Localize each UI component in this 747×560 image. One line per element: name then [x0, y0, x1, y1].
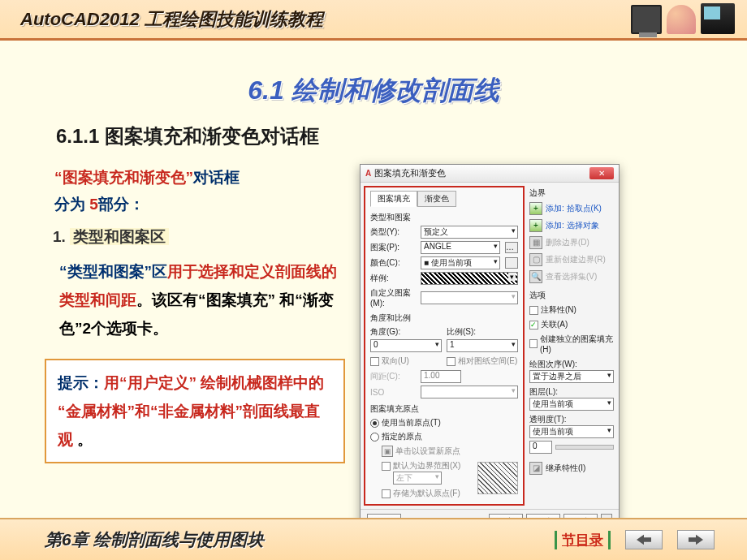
section-title: 6.1 绘制和修改剖面线 [45, 73, 702, 109]
checkbox-annotative[interactable] [529, 306, 538, 315]
checkbox-relpaper[interactable] [447, 357, 456, 366]
intro-suffix2: 部分： [98, 196, 145, 213]
intro-count: 5 [89, 196, 98, 213]
combo-pattern[interactable]: ANGLE [421, 241, 500, 254]
list-item-1: 1. 类型和图案区 [45, 226, 345, 248]
label-pattern: 图案(P): [370, 242, 417, 253]
label-trans: 透明度(T): [529, 414, 614, 425]
label-separate: 创建独立的图案填充(H) [540, 334, 614, 354]
combo-custom [421, 291, 518, 304]
prev-button[interactable] [625, 530, 663, 549]
close-button[interactable]: ✕ [589, 167, 614, 179]
group-type-pattern: 类型和图案 [370, 212, 518, 223]
label-click-origin: 单击以设置新原点 [395, 446, 460, 457]
hatch-dialog: A 图案填充和渐变色 ✕ 图案填充 渐变色 类型和图案 类型(Y): 预定义 [360, 164, 620, 535]
combo-angle[interactable]: 0 [370, 339, 442, 352]
label-current-origin: 使用当前原点(T) [382, 417, 441, 429]
checkbox-separate[interactable] [529, 339, 538, 348]
side-group-boundary: 边界 [529, 187, 614, 199]
intro-paragraph: “图案填充和渐变色”对话框 分为 5部分： [45, 164, 345, 218]
intro-suffix1: 对话框 [193, 169, 240, 186]
tip-period: 。 [77, 431, 93, 448]
color-swatch-button[interactable] [505, 257, 518, 269]
label-default-bounds: 默认为边界范围(X) [393, 460, 460, 472]
chapter-title: 第6章 绘制剖面线与使用图块 [45, 528, 555, 551]
inherit-icon[interactable]: ◪ [529, 462, 542, 475]
checkbox-double[interactable] [370, 357, 379, 366]
label-custom: 自定义图案(M): [370, 287, 417, 308]
combo-iso [421, 386, 518, 398]
combo-draworder[interactable]: 置于边界之后 [529, 370, 614, 383]
label-sample: 样例: [370, 273, 417, 284]
checkbox-assoc[interactable] [529, 321, 538, 330]
label-assoc: 关联(A) [541, 319, 568, 330]
next-button[interactable] [677, 530, 715, 549]
link-add-select[interactable]: 添加: 选择对象 [546, 220, 599, 231]
footer-bar: 第6章 绘制剖面线与使用图块 节目录 [0, 518, 747, 560]
group-origin: 图案填充原点 [370, 403, 518, 415]
intro-prefix2: 分为 [54, 196, 89, 213]
remove-boundary-icon[interactable]: ▦ [529, 236, 542, 249]
label-type: 类型(Y): [370, 226, 417, 238]
arrow-left-icon [637, 534, 651, 545]
link-inherit[interactable]: 继承特性(I) [546, 463, 585, 474]
link-add-pick[interactable]: 添加: 拾取点(K) [546, 203, 602, 214]
link-remove: 删除边界(D) [546, 237, 589, 248]
label-double: 双向(U) [382, 355, 409, 367]
dialog-title: 图案填充和渐变色 [374, 167, 589, 179]
tip-label: 提示： [58, 374, 104, 391]
label-spacing: 间距(C): [370, 371, 417, 382]
dialog-main-panel: 图案填充 渐变色 类型和图案 类型(Y): 预定义 图案(P): ANGLE … [364, 186, 525, 506]
label-ratio: 比例(S): [447, 326, 518, 338]
combo-ratio[interactable]: 1 [447, 339, 518, 352]
add-pick-icon[interactable]: + [529, 202, 542, 215]
label-iso: ISO [370, 388, 417, 397]
combo-trans[interactable]: 使用当前项 [529, 425, 614, 438]
app-icon: A [365, 169, 371, 178]
footer-nav: 节目录 [555, 530, 715, 549]
tab-gradient[interactable]: 渐变色 [417, 191, 456, 207]
pattern-browse-button[interactable]: … [505, 242, 518, 253]
combo-layer[interactable]: 使用当前项 [529, 398, 614, 411]
body-paragraph: “类型和图案”区用于选择和定义剖面线的类型和间距。该区有“图案填充” 和“渐变色… [45, 257, 345, 342]
checkbox-store-origin[interactable] [382, 489, 391, 498]
main-content: 6.1 绘制和修改剖面线 6.1.1 图案填充和渐变色对话框 “图案填充和渐变色… [0, 41, 747, 560]
label-angle: 角度(G): [370, 326, 442, 338]
view-selection-icon[interactable]: 🔍 [529, 270, 542, 283]
label-specified-origin: 指定的原点 [382, 431, 422, 442]
recreate-boundary-icon[interactable]: ▢ [529, 253, 542, 266]
people-icon [667, 5, 696, 34]
link-view: 查看选择集(V) [546, 271, 597, 282]
dialog-column: A 图案填充和渐变色 ✕ 图案填充 渐变色 类型和图案 类型(Y): 预定义 [360, 164, 702, 560]
group-scale: 角度和比例 [370, 312, 518, 324]
arrow-right-icon [689, 534, 703, 545]
header-icons [631, 3, 735, 34]
intro-quoted: “图案填充和渐变色” [54, 169, 193, 186]
label-draworder: 绘图次序(W): [529, 359, 614, 370]
side-group-options: 选项 [529, 290, 614, 301]
input-trans-num[interactable]: 0 [529, 441, 552, 454]
dialog-side-panel: 边界 +添加: 拾取点(K) +添加: 选择对象 ▦删除边界(D) ▢重新创建边… [528, 183, 619, 509]
svg-marker-1 [689, 535, 703, 545]
radio-specified-origin[interactable] [370, 433, 379, 442]
pick-origin-button[interactable]: ▣ [382, 446, 393, 457]
label-layer: 图层(L): [529, 386, 614, 398]
trans-slider[interactable] [555, 445, 614, 450]
combo-type[interactable]: 预定义 [421, 226, 518, 239]
combo-color[interactable]: ■ 使用当前项 [421, 256, 500, 269]
add-select-icon[interactable]: + [529, 219, 542, 232]
toc-link[interactable]: 节目录 [555, 531, 611, 549]
radio-current-origin[interactable] [370, 419, 379, 428]
svg-marker-0 [637, 535, 651, 545]
course-title: AutoCAD2012 工程绘图技能训练教程 [20, 7, 323, 32]
monitor-icon [631, 5, 662, 34]
list-num: 1. [53, 228, 70, 245]
checkbox-default-bounds[interactable] [382, 462, 391, 471]
tip-box: 提示：用“用户定义” 绘制机械图样中的“金属材料”和“非金属材料”剖面线最直观 … [45, 359, 345, 463]
input-spacing[interactable]: 1.00 [421, 370, 461, 383]
label-color: 颜色(C): [370, 257, 417, 269]
tab-hatch[interactable]: 图案填充 [370, 191, 417, 207]
sample-swatch[interactable] [421, 272, 518, 285]
link-recreate: 重新创建边界(R) [546, 254, 606, 265]
computer-icon [701, 3, 735, 34]
